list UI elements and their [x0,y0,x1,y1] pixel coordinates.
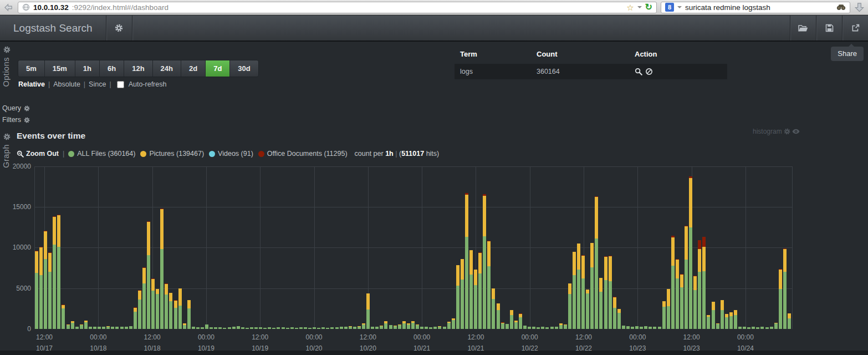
y-tick-label: 0 [0,325,31,333]
time-range-button-6h[interactable]: 6h [100,60,124,77]
share-icon [851,24,860,32]
bar-segment [98,327,101,329]
bar-segment [210,327,213,329]
time-mode-since[interactable]: Since [89,80,106,88]
legend-item-office-documents[interactable]: Office Documents (11295) [258,150,348,158]
bookmark-star-icon[interactable]: ☆ [626,3,634,12]
time-mode-absolute[interactable]: Absolute [53,80,80,88]
bar-segment [577,270,580,329]
bar-segment [67,324,70,325]
reload-icon[interactable]: ↻ [645,3,652,12]
options-rail: Options [2,44,12,87]
time-range-button-30d[interactable]: 30d [230,60,258,77]
globe-icon [22,3,30,11]
search-icon[interactable] [635,68,642,75]
time-mode-relative[interactable]: Relative [18,80,45,88]
gear-icon[interactable] [784,128,790,135]
time-range-button-2d[interactable]: 2d [181,60,206,77]
bar-segment [667,289,670,306]
panel-type-label: histogram [753,128,782,135]
bar-segment [465,195,468,237]
bar-segment [53,216,56,217]
term-value: logs [460,68,537,75]
bar-segment [48,253,52,272]
bar-segment [53,245,56,329]
bar-segment [676,278,679,329]
events-histogram[interactable] [34,166,793,329]
bar-segment [487,241,491,266]
bar-segment [147,222,150,255]
bar-segment [80,325,83,329]
bar-segment [698,240,701,249]
bar-segment [57,215,60,215]
zoom-out-icon [17,150,24,158]
bar-segment [613,297,616,297]
search-engine-icon[interactable]: 8 [665,3,674,12]
legend-item-videos[interactable]: Videos (91) [209,150,253,158]
x-tick-time: 12:00 [144,333,161,341]
gridline [98,166,99,329]
load-dashboard-button[interactable] [790,16,816,40]
auto-refresh-checkbox[interactable] [117,81,124,88]
filters-section[interactable]: Filters [2,116,30,124]
legend-item-pictures[interactable]: Pictures (139467) [140,150,204,158]
bar-segment [335,327,339,329]
bar-segment [35,273,38,329]
gear-icon[interactable] [24,105,30,111]
bar-segment [779,289,782,329]
dashboard-settings-button[interactable] [106,16,132,40]
bar-segment [330,327,334,329]
bar-segment [420,327,423,329]
time-range-button-7d[interactable]: 7d [206,60,230,77]
search-engine-caret-icon[interactable] [677,6,682,8]
bar-segment [349,326,352,327]
bar-segment [183,323,186,325]
bar-segment [779,270,782,289]
gear-icon[interactable] [24,117,30,123]
x-tick-time: 12:00 [252,333,268,341]
browser-search-input[interactable]: suricata redmine logstash [685,3,833,12]
bar-segment [443,327,446,329]
bar-segment [151,291,155,329]
gridline [260,166,261,329]
save-dashboard-button[interactable] [816,16,842,40]
bookmark-caret-icon[interactable] [637,6,642,8]
bar-segment [156,289,159,294]
binoculars-icon[interactable] [836,4,846,11]
x-tick-time: 00:00 [413,333,430,341]
time-range-button-12h[interactable]: 12h [124,60,152,77]
bar-segment [662,301,666,307]
gear-icon[interactable] [3,133,11,140]
bar-segment [725,314,728,317]
time-range-button-5m[interactable]: 5m [18,60,45,77]
eye-icon[interactable] [792,128,800,135]
bar-segment [438,327,441,329]
url-bar[interactable]: 10.0.10.32:9292/index.html#/dashboard ☆ … [18,2,657,13]
bar-segment [380,326,383,329]
ban-icon[interactable] [645,68,653,75]
time-range-button-1h[interactable]: 1h [75,60,100,77]
back-icon[interactable] [3,2,14,13]
bar-segment [478,252,482,253]
legend-item-all-files[interactable]: ALL Files (360164) [68,150,135,158]
downloads-icon[interactable] [854,2,865,13]
bar-segment [729,312,733,316]
gridline [314,166,315,329]
bar-segment [447,323,451,329]
share-dashboard-button[interactable] [843,16,868,40]
bar-segment [416,324,419,325]
bar-segment [165,295,168,329]
bar-segment [626,326,630,329]
browser-search-bar[interactable]: 8 suricata redmine logstash [661,2,850,13]
gear-icon[interactable] [3,46,11,53]
col-action: Action [635,50,722,58]
gridline [530,166,530,329]
bar-segment [44,231,47,231]
query-section[interactable]: Query [2,104,30,112]
time-range-button-15m[interactable]: 15m [45,60,75,77]
app-header: Logstash Search [0,16,868,42]
zoom-out-button[interactable]: Zoom Out [17,150,59,158]
bar-segment [71,323,74,329]
time-range-button-24h[interactable]: 24h [153,60,181,77]
bar-segment [689,176,692,178]
